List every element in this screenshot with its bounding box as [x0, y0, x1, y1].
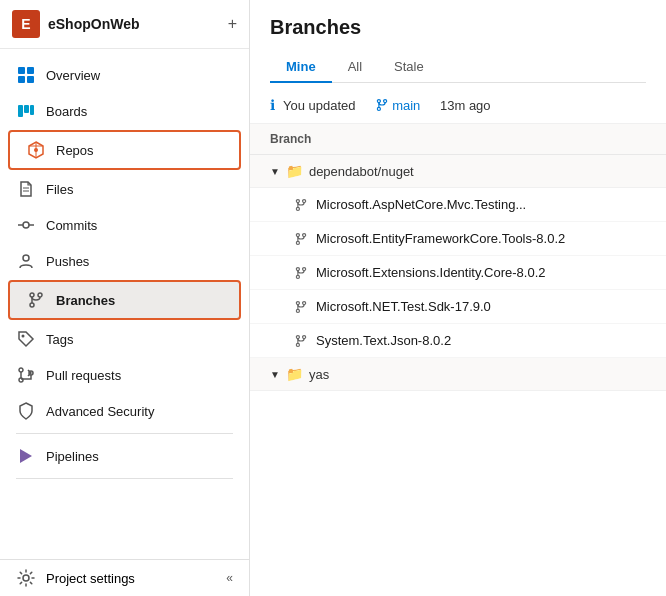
svg-point-25 [378, 100, 381, 103]
sidebar-item-pushes[interactable]: Pushes [0, 243, 249, 279]
group-label-yas: yas [309, 367, 329, 382]
sidebar-item-boards[interactable]: Boards [0, 93, 249, 129]
branch-row-2[interactable]: Microsoft.Extensions.Identity.Core-8.0.2 [250, 256, 666, 290]
sidebar-item-label-files: Files [46, 182, 73, 197]
svg-point-14 [30, 293, 34, 297]
folder-icon-dependabot: 📁 [286, 163, 303, 179]
sidebar-item-label-pushes: Pushes [46, 254, 89, 269]
sidebar-item-label-repos: Repos [56, 143, 94, 158]
branch-row-0[interactable]: Microsoft.AspNetCore.Mvc.Testing... [250, 188, 666, 222]
svg-point-39 [303, 267, 306, 270]
svg-point-15 [30, 303, 34, 307]
pull-requests-icon [16, 365, 36, 385]
sidebar: E eShopOnWeb + Overview [0, 0, 250, 596]
info-banner: ℹ You updated main 13m ago [250, 87, 666, 124]
sidebar-item-label-pipelines: Pipelines [46, 449, 99, 464]
sidebar-item-branches[interactable]: Branches [8, 280, 241, 320]
svg-point-46 [296, 343, 299, 346]
svg-point-45 [296, 335, 299, 338]
page-title: Branches [270, 16, 646, 39]
info-icon: ℹ [270, 97, 275, 113]
folder-icon-yas: 📁 [286, 366, 303, 382]
commits-icon [16, 215, 36, 235]
sidebar-nav: Overview Boards [0, 49, 249, 559]
svg-point-47 [303, 335, 306, 338]
group-header-dependabot[interactable]: ▼ 📁 dependabot/nuget [250, 155, 666, 188]
branch-row-3[interactable]: Microsoft.NET.Test.Sdk-17.9.0 [250, 290, 666, 324]
svg-point-10 [23, 222, 29, 228]
branch-name-2: Microsoft.Extensions.Identity.Core-8.0.2 [316, 265, 546, 280]
svg-point-35 [303, 233, 306, 236]
group-header-yas[interactable]: ▼ 📁 yas [250, 358, 666, 391]
sidebar-item-files[interactable]: Files [0, 171, 249, 207]
sidebar-item-commits[interactable]: Commits [0, 207, 249, 243]
svg-point-30 [296, 207, 299, 210]
tags-icon [16, 329, 36, 349]
table-header: Branch [250, 124, 666, 155]
pushes-icon [16, 251, 36, 271]
svg-point-26 [378, 107, 381, 110]
sidebar-item-label-commits: Commits [46, 218, 97, 233]
project-name: eShopOnWeb [48, 16, 220, 32]
branches-icon [26, 290, 46, 310]
sidebar-item-pull-requests[interactable]: Pull requests [0, 357, 249, 393]
boards-icon [16, 101, 36, 121]
sidebar-item-overview[interactable]: Overview [0, 57, 249, 93]
sidebar-item-label-tags: Tags [46, 332, 73, 347]
sidebar-item-label-advanced-security: Advanced Security [46, 404, 154, 419]
main-branch-name: main [392, 98, 420, 113]
svg-rect-4 [18, 105, 23, 117]
info-text-before: You updated [283, 98, 356, 113]
svg-point-7 [34, 148, 38, 152]
sidebar-item-label-overview: Overview [46, 68, 100, 83]
branch-row-4[interactable]: System.Text.Json-8.0.2 [250, 324, 666, 358]
svg-rect-2 [18, 76, 25, 83]
project-settings-button[interactable]: Project settings « [0, 559, 249, 596]
group-label-dependabot: dependabot/nuget [309, 164, 414, 179]
add-project-button[interactable]: + [228, 15, 237, 33]
branch-name-0: Microsoft.AspNetCore.Mvc.Testing... [316, 197, 526, 212]
collapse-icon[interactable]: « [226, 571, 233, 585]
tab-stale[interactable]: Stale [378, 51, 440, 82]
sidebar-item-repos[interactable]: Repos [8, 130, 241, 170]
project-settings-icon [16, 568, 36, 588]
svg-point-27 [384, 100, 387, 103]
svg-point-31 [303, 199, 306, 202]
branch-row-1[interactable]: Microsoft.EntityFrameworkCore.Tools-8.0.… [250, 222, 666, 256]
main-header: Branches Mine All Stale [250, 0, 666, 83]
tab-all[interactable]: All [332, 51, 378, 82]
branch-name-1: Microsoft.EntityFrameworkCore.Tools-8.0.… [316, 231, 565, 246]
branch-list: Branch ▼ 📁 dependabot/nuget Microsoft.As… [250, 124, 666, 596]
svg-point-13 [23, 255, 29, 261]
group-chevron-yas: ▼ [270, 369, 280, 380]
main-content: Branches Mine All Stale ℹ You updated ma… [250, 0, 666, 596]
overview-icon [16, 65, 36, 85]
tab-mine[interactable]: Mine [270, 51, 332, 82]
svg-point-42 [296, 309, 299, 312]
sidebar-item-label-boards: Boards [46, 104, 87, 119]
svg-rect-3 [27, 76, 34, 83]
svg-rect-0 [18, 67, 25, 74]
sidebar-item-tags[interactable]: Tags [0, 321, 249, 357]
svg-point-19 [19, 368, 23, 372]
repos-icon [26, 140, 46, 160]
svg-rect-6 [30, 105, 34, 115]
sidebar-item-label-pull-requests: Pull requests [46, 368, 121, 383]
svg-point-16 [38, 293, 42, 297]
svg-point-18 [22, 335, 25, 338]
sidebar-item-advanced-security[interactable]: Advanced Security [0, 393, 249, 429]
main-branch-link[interactable]: main [375, 98, 420, 113]
sidebar-divider-2 [16, 478, 233, 479]
branch-name-3: Microsoft.NET.Test.Sdk-17.9.0 [316, 299, 491, 314]
svg-point-43 [303, 301, 306, 304]
project-avatar: E [12, 10, 40, 38]
pipelines-icon [16, 446, 36, 466]
sidebar-divider [16, 433, 233, 434]
svg-point-24 [23, 575, 29, 581]
svg-point-38 [296, 275, 299, 278]
sidebar-item-pipelines[interactable]: Pipelines [0, 438, 249, 474]
svg-point-37 [296, 267, 299, 270]
svg-rect-5 [24, 105, 29, 113]
files-icon [16, 179, 36, 199]
svg-rect-1 [27, 67, 34, 74]
